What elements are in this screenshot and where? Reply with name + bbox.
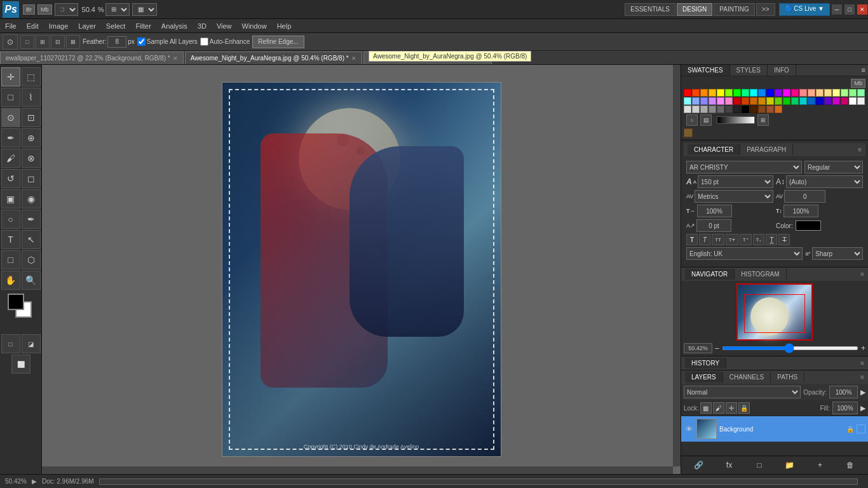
swatch-blue[interactable] [766,89,774,97]
swatch-light-gray-2[interactable] [692,105,700,113]
clone-stamp-tool[interactable]: ⊗ [22,149,41,168]
lock-all-btn[interactable]: 🔒 [738,402,750,414]
canvas-image[interactable]: Copyright (C) 2010 Cindy de Andrade Avel… [222,82,501,457]
baseline-input[interactable] [696,219,731,232]
blend-mode-select[interactable]: Normal [684,386,801,398]
menu-analysis[interactable]: Analysis [156,19,193,33]
lasso-tool[interactable]: ⌇ [22,88,41,107]
swatch-dark-magenta[interactable] [832,97,840,105]
lock-transparency-btn[interactable]: ▦ [700,402,712,414]
quick-mask-on[interactable]: ◪ [22,334,41,353]
swatch-mid-gray[interactable] [700,105,708,113]
swatch-light-blue[interactable] [692,97,700,105]
channels-tab[interactable]: CHANNELS [723,372,771,383]
info-tab[interactable]: INFO [768,65,796,76]
hscale-input[interactable] [697,205,732,217]
histogram-tab[interactable]: HISTOGRAM [735,269,786,280]
refine-edge-button[interactable]: Refine Edge... [252,36,304,48]
quick-select-tool[interactable]: ⊙ [1,108,20,127]
tool-mode-selector[interactable]: □ [55,3,78,16]
screen-mode-selector[interactable]: ▦ [132,3,157,16]
swatch-peach[interactable] [808,89,815,97]
swatch-cyan[interactable] [750,89,757,97]
marquee-tool[interactable]: □ [1,88,20,107]
workspace-design[interactable]: DESIGN [677,3,712,16]
menu-image[interactable]: Image [44,19,74,33]
menu-select[interactable]: Select [101,19,131,33]
italic-btn[interactable]: T [699,234,710,245]
nav-preview-box[interactable] [744,294,805,333]
navigator-tab[interactable]: NAVIGATOR [685,269,735,280]
bold-btn[interactable]: T [686,234,698,245]
type-tool[interactable]: T [1,230,20,249]
sample-all-layers-check[interactable]: Sample All Layers [137,37,198,46]
swatch-dark-red[interactable] [733,97,741,105]
layer-visibility-icon[interactable]: 👁 [684,424,694,434]
gradient-tool[interactable]: ▣ [1,189,20,208]
opacity-dropdown-icon[interactable]: ▶ [860,388,865,396]
hand-tool[interactable]: ✋ [1,271,20,290]
menu-edit[interactable]: Edit [22,19,44,33]
path-select-tool[interactable]: ↖ [22,230,41,249]
swatch-light-cyan[interactable] [684,97,691,105]
swatch-lavender[interactable] [709,97,716,105]
vscale-input[interactable] [783,205,818,217]
swatch-brown-2[interactable] [758,105,766,113]
mb-icon[interactable]: Mb [37,4,52,15]
swatch-near-black[interactable] [733,105,741,113]
swatch-emerald[interactable] [791,97,799,105]
font-family-select[interactable]: AR CHRISTY [686,161,802,173]
feather-input[interactable] [107,36,126,48]
allcaps-btn[interactable]: TT [712,234,724,245]
canvas-area[interactable]: Copyright (C) 2010 Cindy de Andrade Avel… [42,65,681,474]
eraser-tool[interactable]: ◻ [22,169,41,188]
swatch-green[interactable] [733,89,741,97]
menu-help[interactable]: Help [272,19,297,33]
swatch-dark-orange[interactable] [750,97,757,105]
eyedropper-tool[interactable]: ✒ [1,128,20,147]
swatch-yellow-green[interactable] [725,89,733,97]
font-size-select[interactable]: 150 pt [698,175,773,188]
history-brush-tool[interactable]: ↺ [1,169,20,188]
swatch-cyan-blue[interactable] [758,89,766,97]
swatch-dark-orange-red[interactable] [742,97,749,105]
swatch-chocolate[interactable] [775,105,782,113]
nav-zoom-slider[interactable] [722,346,858,350]
swatch-magenta[interactable] [783,89,790,97]
spot-heal-tool[interactable]: ⊕ [22,128,41,147]
swatch-light-gray-1[interactable] [684,105,691,113]
cs-live-button[interactable]: 🔵 CS Live ▼ [779,3,830,16]
foreground-color[interactable] [8,294,24,310]
lock-pixels-btn[interactable]: 🖌 [713,402,724,414]
swatch-olive[interactable] [766,97,774,105]
leading-select[interactable]: (Auto) [786,175,863,188]
custom-swatch-1[interactable] [684,128,693,137]
brush-tool[interactable]: 🖌 [1,149,20,168]
close-button[interactable]: ✕ [857,4,867,15]
swatch-rose[interactable] [725,97,733,105]
fill-input[interactable] [832,402,858,414]
nav-zoom-in-icon[interactable]: + [861,344,865,353]
swatch-brown-1[interactable] [750,105,757,113]
delete-layer-btn[interactable]: 🗑 [844,459,857,471]
swatch-dark-yellow-green[interactable] [775,97,782,105]
nav-zoom-out-icon[interactable]: – [715,344,719,353]
screen-mode-btn[interactable]: ⬜ [11,355,31,374]
swatch-orange[interactable] [700,89,708,97]
br-icon[interactable]: Br [23,4,35,15]
swatch-green-cyan[interactable] [742,89,749,97]
tab-awesome-night-close[interactable]: ✕ [351,55,356,62]
dodge-tool[interactable]: ○ [1,210,20,229]
mb-button[interactable]: Mb [851,79,865,88]
crop-tool[interactable]: ⊡ [22,108,41,127]
swatch-light-mint[interactable] [857,89,865,97]
swatch-dark-gray-1[interactable] [717,105,724,113]
menu-view[interactable]: View [212,19,237,33]
swatch-purple[interactable] [824,97,832,105]
menu-file[interactable]: File [0,19,22,33]
paths-tab[interactable]: PATHS [771,372,804,383]
zoom-tool[interactable]: 🔍 [22,271,41,290]
swatch-crimson[interactable] [841,97,848,105]
canvas-horizontal-scrollbar[interactable] [42,466,673,474]
swatch-mint[interactable] [849,89,857,97]
